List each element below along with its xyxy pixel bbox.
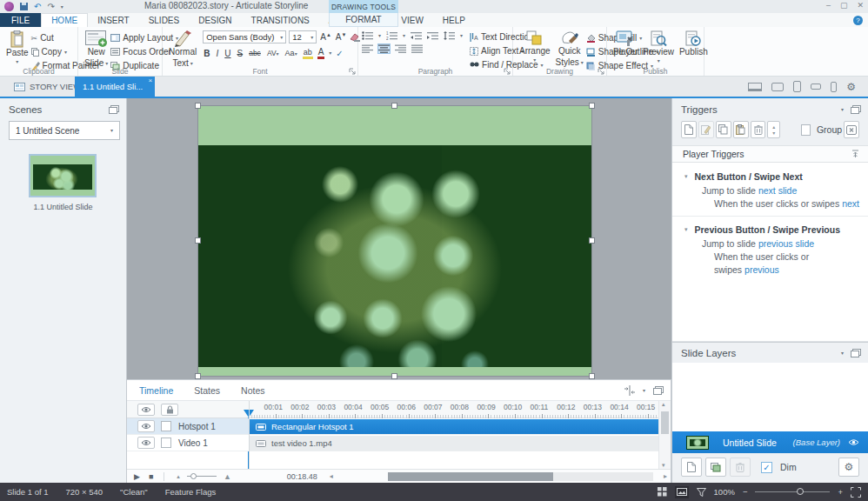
trigger-condition-link[interactable]: next bbox=[842, 198, 859, 209]
phone-landscape-icon[interactable] bbox=[811, 84, 821, 90]
tab-help[interactable]: HELP bbox=[433, 13, 475, 27]
quick-styles-button[interactable]: Quick Styles▾ bbox=[553, 29, 586, 70]
selection-handle-w[interactable] bbox=[195, 237, 201, 244]
change-case-button[interactable]: Aa▾ bbox=[284, 49, 298, 57]
duplicate-layer-button[interactable] bbox=[705, 458, 726, 477]
selection-handle-sw[interactable] bbox=[195, 373, 201, 379]
scroll-right-icon[interactable]: ▸ bbox=[664, 472, 667, 480]
move-down-icon[interactable]: ▾ bbox=[772, 130, 775, 136]
align-justify-button[interactable] bbox=[411, 44, 423, 53]
tab-format[interactable]: FORMAT bbox=[329, 13, 398, 27]
font-name-caret-icon[interactable]: ▾ bbox=[280, 35, 283, 40]
horizontal-scroll-thumb[interactable] bbox=[388, 472, 553, 481]
line-spacing-icon[interactable] bbox=[444, 31, 455, 40]
scroll-left-icon[interactable]: ◂ bbox=[330, 472, 333, 480]
trigger-item[interactable]: ▾Next Button / Swipe Next Jump to sliden… bbox=[672, 167, 868, 210]
layer-settings-button[interactable]: ⚙ bbox=[838, 458, 859, 477]
timeline-row-video[interactable]: Video 1 test video 1.mp4 bbox=[127, 435, 658, 451]
selection-handle-e[interactable] bbox=[589, 237, 595, 244]
active-slide-tab[interactable]: 1.1 Untitled Sli... × bbox=[75, 77, 155, 97]
new-trigger-button[interactable] bbox=[681, 121, 697, 138]
selection-handle-nw[interactable] bbox=[195, 103, 201, 109]
timeline-ruler-labels[interactable]: 00:0100:0200:0300:0400:0500:0600:0700:08… bbox=[249, 401, 658, 418]
font-name-combo[interactable]: Open Sans (Body)▾ bbox=[203, 30, 286, 43]
tab-slides[interactable]: SLIDES bbox=[139, 13, 190, 27]
layer-name[interactable]: Untitled Slide bbox=[723, 438, 777, 448]
stop-button[interactable]: ■ bbox=[149, 472, 153, 481]
delete-trigger-button[interactable] bbox=[751, 121, 766, 138]
hotspot-track-bar[interactable]: Rectangular Hotspot 1 bbox=[249, 419, 658, 434]
save-icon[interactable] bbox=[20, 3, 28, 10]
redo-icon[interactable]: ↷ bbox=[47, 3, 54, 11]
row-visibility-button[interactable] bbox=[137, 420, 155, 432]
tab-close-icon[interactable]: × bbox=[149, 77, 153, 84]
increase-indent-icon[interactable] bbox=[427, 31, 438, 40]
zoom-in-timeline-icon[interactable]: ▲ bbox=[224, 472, 231, 481]
row-lock-checkbox[interactable] bbox=[161, 438, 171, 448]
timeline-dock-icon[interactable] bbox=[653, 386, 664, 395]
layer-visibility-icon[interactable] bbox=[848, 438, 859, 446]
collapse-icon[interactable]: ▾ bbox=[684, 226, 688, 233]
timeline-vertical-scrollbar[interactable]: ▴ ▾ bbox=[658, 401, 671, 469]
filter-icon[interactable] bbox=[697, 488, 706, 497]
underline-button[interactable]: U bbox=[224, 49, 231, 58]
row-lock-checkbox[interactable] bbox=[161, 421, 171, 431]
timeline-zoom-thumb[interactable] bbox=[190, 473, 197, 479]
tab-insert[interactable]: INSERT bbox=[88, 13, 139, 27]
font-size-caret-icon[interactable]: ▾ bbox=[310, 35, 313, 40]
tab-design[interactable]: DESIGN bbox=[189, 13, 241, 27]
help-icon[interactable]: ? bbox=[853, 16, 863, 25]
trigger-item[interactable]: ▾Previous Button / Swipe Previous Jump t… bbox=[672, 220, 868, 277]
selection-handle-n[interactable] bbox=[391, 103, 397, 109]
timeline-ruler[interactable]: 00:0100:0200:0300:0400:0500:0600:0700:08… bbox=[127, 401, 671, 418]
font-size-combo[interactable]: 12▾ bbox=[289, 30, 317, 43]
copy-trigger-button[interactable] bbox=[716, 121, 731, 138]
scroll-up-icon[interactable]: ▴ bbox=[662, 401, 665, 408]
timeline-snap-icon[interactable] bbox=[624, 385, 635, 396]
edit-trigger-button[interactable] bbox=[698, 121, 714, 138]
paragraph-dialog-launcher-icon[interactable] bbox=[504, 68, 511, 75]
fit-to-window-icon[interactable] bbox=[851, 487, 861, 498]
collapse-icon[interactable]: ▾ bbox=[684, 173, 688, 180]
font-color-button[interactable]: A bbox=[317, 47, 325, 59]
trigger-action-link[interactable]: previous slide bbox=[758, 238, 814, 249]
row-name[interactable]: Video 1 bbox=[178, 438, 208, 448]
timeline-menu-caret-icon[interactable]: ▾ bbox=[643, 388, 645, 393]
strikethrough-button[interactable]: S bbox=[236, 49, 244, 58]
lock-all-button[interactable] bbox=[161, 404, 178, 416]
selection-handle-s[interactable] bbox=[391, 373, 397, 379]
zoom-slider-thumb[interactable] bbox=[797, 488, 804, 495]
tab-file[interactable]: FILE bbox=[0, 13, 41, 27]
vertical-scroll-thumb[interactable] bbox=[661, 411, 669, 434]
selection-handle-ne[interactable] bbox=[589, 103, 595, 109]
italic-button[interactable]: I bbox=[215, 49, 219, 58]
grid-view-icon[interactable] bbox=[658, 487, 667, 497]
delete-layer-button[interactable] bbox=[730, 458, 751, 477]
bold-button[interactable]: B bbox=[203, 49, 210, 58]
selection-handle-se[interactable] bbox=[589, 373, 595, 379]
timeline-horizontal-scrollbar[interactable] bbox=[388, 472, 653, 481]
tablet-portrait-icon[interactable] bbox=[793, 81, 801, 92]
new-slide-button[interactable]: New Slide▾ bbox=[82, 29, 110, 70]
timeline-zoom-slider[interactable] bbox=[187, 476, 217, 477]
tab-transitions[interactable]: TRANSITIONS bbox=[242, 13, 319, 27]
decrease-indent-icon[interactable] bbox=[411, 31, 422, 40]
collapse-all-icon[interactable] bbox=[851, 150, 859, 158]
tab-home[interactable]: HOME bbox=[41, 13, 88, 27]
shrink-font-button[interactable]: A▼ bbox=[335, 32, 348, 42]
video-frame[interactable] bbox=[198, 145, 591, 367]
preview-button[interactable]: Preview ▾ bbox=[640, 29, 677, 65]
timeline-row-hotspot[interactable]: Hotspot 1 Rectangular Hotspot 1 bbox=[127, 418, 658, 435]
align-center-button[interactable] bbox=[378, 44, 390, 53]
align-left-button[interactable] bbox=[362, 44, 373, 53]
panel-dock-icon[interactable] bbox=[109, 105, 119, 114]
close-button[interactable]: ✕ bbox=[857, 1, 864, 10]
slide-stage[interactable] bbox=[198, 106, 591, 376]
new-layer-button[interactable] bbox=[681, 458, 702, 477]
arrange-button[interactable]: Arrange ▾ bbox=[517, 29, 553, 64]
scroll-down-icon[interactable]: ▾ bbox=[662, 462, 665, 469]
tablet-landscape-icon[interactable] bbox=[771, 83, 784, 91]
image-view-icon[interactable] bbox=[675, 486, 689, 498]
player-triggers-section[interactable]: Player Triggers bbox=[672, 145, 868, 163]
publish-button[interactable]: Publish bbox=[677, 29, 711, 60]
